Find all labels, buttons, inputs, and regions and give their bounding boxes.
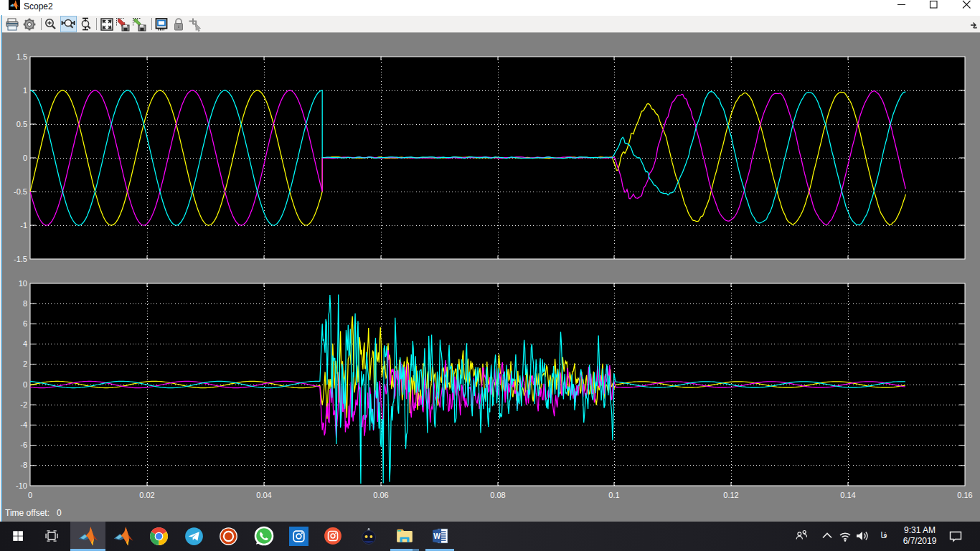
svg-text:1: 1 [23,86,27,95]
svg-text:0.02: 0.02 [139,491,154,499]
svg-text:0.16: 0.16 [957,491,972,499]
svg-text:2: 2 [23,359,27,368]
svg-text:8: 8 [23,299,27,308]
svg-text:-2: -2 [20,400,27,409]
svg-text:-1.5: -1.5 [14,255,27,263]
svg-text:0.1: 0.1 [608,491,619,499]
svg-text:-1: -1 [20,221,27,230]
svg-text:0: 0 [23,154,27,162]
svg-text:-6: -6 [20,441,27,449]
svg-text:0.5: 0.5 [17,120,27,128]
svg-text:-0.5: -0.5 [14,187,27,196]
svg-text:0.04: 0.04 [256,491,271,499]
svg-text:0: 0 [28,491,32,499]
svg-text:1.5: 1.5 [17,52,27,61]
svg-text:4: 4 [23,339,27,348]
svg-text:0: 0 [23,380,27,389]
svg-text:10: 10 [19,279,27,288]
svg-text:-4: -4 [20,420,27,429]
svg-text:-8: -8 [20,461,27,469]
svg-text:W: W [433,532,440,540]
svg-text:-10: -10 [16,481,27,490]
svg-text:0.12: 0.12 [723,491,738,499]
svg-text:6: 6 [23,319,27,328]
svg-text:0.06: 0.06 [373,491,388,499]
svg-text:0.08: 0.08 [490,491,505,499]
svg-text:0.14: 0.14 [840,491,855,499]
